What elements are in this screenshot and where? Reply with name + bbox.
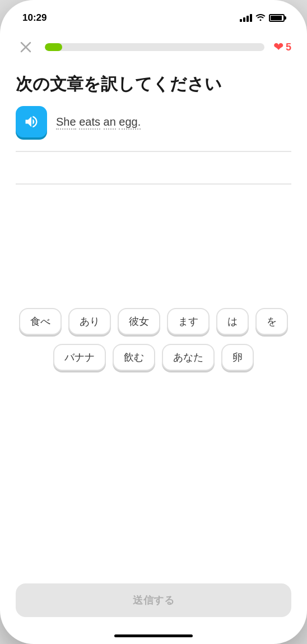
word-chip-nomu[interactable]: 飲む (113, 344, 155, 371)
battery-icon (269, 14, 285, 22)
home-indicator (114, 634, 193, 637)
phone-frame: 10:29 (0, 0, 307, 644)
word-an: an (104, 116, 116, 130)
instruction-text: 次の文章を訳してください (0, 64, 307, 106)
word-egg: egg. (119, 116, 141, 130)
word-chip-kanojo[interactable]: 彼女 (118, 308, 160, 335)
word-chip-anata[interactable]: あなた (162, 344, 215, 371)
sentence-area: She eats an egg. (0, 106, 307, 151)
status-bar: 10:29 (0, 0, 307, 30)
speaker-icon (24, 114, 39, 130)
submit-button[interactable]: 送信する (16, 583, 291, 617)
sentence-text: She eats an egg. (56, 113, 141, 130)
status-time: 10:29 (22, 12, 46, 24)
answer-area (16, 151, 291, 196)
word-she: She (56, 116, 76, 130)
word-bank-area: 食べ あり 彼女 ます は を バナナ 飲む あなた 卵 (0, 196, 307, 371)
word-chip-wo[interactable]: を (255, 308, 288, 335)
word-chip-ari[interactable]: あり (68, 308, 111, 335)
wifi-icon (255, 13, 266, 23)
word-bank-row-1: 食べ あり 彼女 ます は を (19, 308, 288, 335)
word-chip-banana[interactable]: バナナ (53, 344, 106, 371)
status-icons (240, 13, 285, 23)
word-chip-taberu[interactable]: 食べ (19, 308, 62, 335)
speaker-button[interactable] (16, 106, 47, 137)
word-bank-row-2: バナナ 飲む あなた 卵 (53, 344, 254, 371)
progress-bar (45, 43, 264, 51)
submit-btn-container: 送信する (16, 583, 291, 617)
answer-line (16, 183, 291, 185)
word-chip-tamago[interactable]: 卵 (221, 344, 254, 371)
progress-bar-fill (45, 43, 62, 51)
hearts-container: ❤ 5 (273, 40, 291, 54)
signal-bars-icon (240, 14, 252, 22)
heart-icon: ❤ (273, 40, 283, 54)
word-eats: eats (79, 116, 100, 130)
word-chip-ha[interactable]: は (216, 308, 249, 335)
word-chip-masu[interactable]: ます (167, 308, 210, 335)
close-button[interactable] (16, 37, 36, 57)
top-bar: ❤ 5 (0, 30, 307, 64)
hearts-count: 5 (286, 42, 291, 53)
